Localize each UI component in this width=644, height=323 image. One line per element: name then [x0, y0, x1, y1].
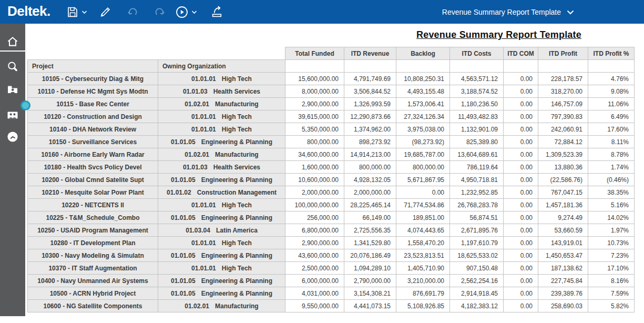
chevron-down-icon	[191, 10, 197, 14]
table-row[interactable]: 10225 - T&M_Schedule_Combo01.01.05Engine…	[28, 211, 635, 224]
empty-cell	[504, 60, 538, 73]
itd-com-cell: 0.00	[504, 275, 538, 287]
export-button[interactable]	[210, 5, 223, 18]
deltek-logo: Deltek.	[7, 3, 50, 19]
column-header: Total Funded	[285, 47, 344, 60]
itd-costs-cell: 56,874.51	[450, 211, 504, 224]
table-row[interactable]: 10300 - Navy Modeling & Simulatn01.01.05…	[28, 249, 635, 262]
table-row[interactable]: 10210 - Mesquite Solar Powr Plant01.01.0…	[28, 186, 635, 199]
owning-org-cell: 01.01.01High Tech	[158, 110, 285, 123]
directory-icon[interactable]	[6, 108, 19, 121]
table-row[interactable]: 10160 - Airborne Early Warn Radar01.02.0…	[28, 148, 635, 161]
table-row[interactable]: 10400 - Navy Unmanned Air Systems01.01.0…	[28, 275, 635, 287]
itd-profit-pct-cell: 8.16%	[588, 275, 635, 287]
column-header: ITD COM	[504, 47, 538, 60]
my-menu-icon[interactable]	[6, 83, 19, 96]
itd-revenue-cell: 20,076,186.49	[344, 249, 396, 262]
project-cell: 10500 - ACRN Hybrid Project	[28, 287, 158, 300]
itd-profit-cell: 239,389.76	[538, 287, 588, 300]
redo-button[interactable]	[153, 5, 166, 18]
run-button[interactable]	[175, 5, 197, 18]
itd-costs-cell: 4,563,571.12	[450, 73, 504, 85]
table-row[interactable]: 10280 - IT Development Plan01.01.01High …	[28, 237, 635, 249]
itd-revenue-cell: 66,149.00	[344, 211, 396, 224]
backlog-cell: 27,324,126.34	[396, 110, 450, 123]
table-row[interactable]: 10370 - IT Staff Augmentation01.01.01Hig…	[28, 262, 635, 275]
total-funded-cell: 6,800,000.00	[285, 224, 344, 237]
itd-profit-cell: 227,745.84	[538, 275, 588, 287]
backlog-cell: 19,685,787.00	[396, 148, 450, 161]
table-row[interactable]: 10150 - Surveillance Services01.01.05Eng…	[28, 136, 635, 148]
table-row[interactable]: 10115 - Base Rec Center01.02.01Manufactu…	[28, 98, 635, 110]
itd-profit-pct-cell: 7.23%	[588, 249, 635, 262]
total-funded-cell: 1,600,000.00	[285, 161, 344, 174]
owning-org-cell: 01.01.05Engineering & Planning	[158, 287, 285, 300]
itd-profit-pct-cell: 38.35%	[588, 186, 635, 199]
itd-profit-pct-cell: 6.49%	[588, 110, 635, 123]
table-row[interactable]: 10200 - Global Cmnd Satelite Supt01.01.0…	[28, 174, 635, 186]
total-funded-cell: 256,000.00	[285, 211, 344, 224]
table-row[interactable]: 10220 - NETCENTS II01.01.01High Tech100,…	[28, 199, 635, 211]
itd-profit-cell: 318,270.00	[538, 85, 588, 98]
itd-com-cell: 0.00	[504, 287, 538, 300]
itd-com-cell: 0.00	[504, 98, 538, 110]
backlog-cell: 3,210,000.00	[396, 275, 450, 287]
itd-costs-cell: 2,914,918.45	[450, 287, 504, 300]
itd-profit-pct-cell: 4.76%	[588, 73, 635, 85]
owning-org-cell: 01.01.05Engineering & Planning	[158, 136, 285, 148]
itd-profit-pct-cell: 9.08%	[588, 85, 635, 98]
chevron-down-icon	[567, 8, 574, 16]
redo-icon	[153, 6, 166, 18]
itd-costs-cell: 4,182,383.12	[450, 300, 504, 312]
column-header: ITD Costs	[450, 47, 504, 60]
home-icon[interactable]	[6, 35, 19, 48]
backlog-cell: 10,808,250.31	[396, 73, 450, 85]
project-cell: 10150 - Surveillance Services	[28, 136, 158, 148]
backlog-cell: 1,558,470.20	[396, 237, 450, 249]
column-header: ITD Profit %	[588, 47, 635, 60]
table-row[interactable]: 10110 - Defense HC Mgmt Sys Modtn01.01.0…	[28, 85, 635, 98]
sidebar-resize-handle[interactable]	[21, 100, 30, 110]
project-cell: 10280 - IT Development Plan	[28, 237, 158, 249]
template-selector-label: Revenue Summary Report Template	[442, 8, 561, 16]
save-button[interactable]	[66, 5, 87, 18]
chevron-down-icon	[81, 10, 87, 14]
total-funded-cell: 2,000,000.00	[285, 186, 344, 199]
project-cell: 10220 - NETCENTS II	[28, 199, 158, 211]
history-icon[interactable]	[6, 130, 19, 143]
itd-profit-cell: 228,178.57	[538, 73, 588, 85]
table-row[interactable]: 10250 - USAID Program Management01.03.04…	[28, 224, 635, 237]
table-row[interactable]: 10180 - Health Svcs Policy Devel01.01.03…	[28, 161, 635, 174]
itd-com-cell: 0.00	[504, 262, 538, 275]
itd-revenue-cell: 12,290,873.66	[344, 110, 396, 123]
itd-com-cell: 0.00	[504, 123, 538, 136]
owning-org-cell: 01.03.04Latin America	[158, 224, 285, 237]
run-play-icon	[175, 5, 189, 19]
backlog-cell: 1,405,710.90	[396, 262, 450, 275]
table-row[interactable]: 10120 - Construction and Design01.01.01H…	[28, 110, 635, 123]
total-funded-cell: 100,000,000.00	[285, 199, 344, 211]
itd-revenue-cell: 4,928,132.05	[344, 174, 396, 186]
owning-org-cell: 01.02.01Manufacturing	[158, 148, 285, 161]
owning-org-cell: 01.01.01High Tech	[158, 199, 285, 211]
itd-com-cell: 0.00	[504, 300, 538, 312]
table-row[interactable]: 10500 - ACRN Hybrid Project01.01.05Engin…	[28, 287, 635, 300]
table-row[interactable]: 10600 - NG Satellite Components01.02.01M…	[28, 300, 635, 312]
table-row[interactable]: 10105 - Cybersecurity Diag & Mitg01.01.0…	[28, 73, 635, 85]
total-funded-cell: 43,600,000.00	[285, 249, 344, 262]
table-row[interactable]: 10140 - DHA Network Review01.01.01High T…	[28, 123, 635, 136]
empty-cell	[396, 60, 450, 73]
itd-profit-cell: 13,880.36	[538, 161, 588, 174]
template-selector[interactable]: Revenue Summary Report Template	[442, 0, 574, 24]
itd-revenue-cell: 2,725,556.35	[344, 224, 396, 237]
edit-button[interactable]	[99, 5, 112, 18]
undo-button[interactable]	[127, 5, 139, 18]
backlog-cell: 23,523,813.51	[396, 249, 450, 262]
owning-org-cell: 01.01.03Health Services	[158, 161, 285, 174]
itd-profit-pct-cell: 10.73%	[588, 237, 635, 249]
itd-com-cell: 0.00	[504, 237, 538, 249]
numeric-header-row: Total FundedITD RevenueBacklogITD CostsI…	[28, 47, 635, 60]
empty-cell	[344, 60, 396, 73]
search-icon[interactable]	[6, 60, 19, 73]
total-funded-cell: 2,900,000.00	[285, 98, 344, 110]
